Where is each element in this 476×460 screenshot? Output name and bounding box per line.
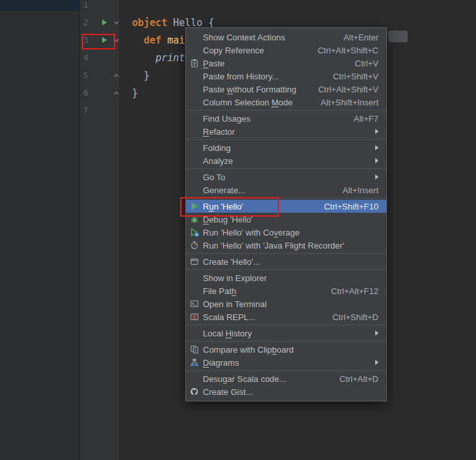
menu-item-shortcut: Ctrl+Alt+F12 <box>315 286 378 296</box>
ide-root: { "colors": { "editor_bg": "#2b2b2b", "g… <box>0 0 476 460</box>
line-number: 2 <box>79 18 99 27</box>
tooltip-remnant <box>388 31 408 42</box>
menu-item-label: Analyze <box>203 156 233 166</box>
blank-icon <box>190 114 203 124</box>
menu-item-label: Run 'Hello' with 'Java Flight Recorder' <box>203 241 344 250</box>
menu-item-label: Copy Reference <box>203 46 264 55</box>
menu-item-paste-from-history[interactable]: Paste from History...Ctrl+Shift+V <box>186 70 386 83</box>
menu-item-label: Create 'Hello'... <box>203 257 260 267</box>
menu-item-label: Paste without Formatting <box>203 85 297 94</box>
run-line-icon[interactable] <box>99 18 109 28</box>
menu-item-label: Show Context Actions <box>203 33 285 42</box>
menu-item-refactor[interactable]: Refactor <box>186 125 386 138</box>
code-token: } <box>132 87 138 99</box>
code-token: } <box>144 70 150 81</box>
menu-item-open-in-terminal[interactable]: Open in Terminal <box>186 297 386 310</box>
menu-item-label: Create Gist... <box>203 387 253 397</box>
menu-item-show-context-actions[interactable]: Show Context ActionsAlt+Enter <box>186 31 386 44</box>
project-panel[interactable] <box>0 0 80 460</box>
fold-up-icon[interactable] <box>112 71 121 80</box>
menu-item-label: Find Usages <box>203 114 250 124</box>
blank-icon <box>190 374 203 384</box>
line-number: 4 <box>79 53 99 62</box>
fold-spacer <box>112 1 121 10</box>
menu-item-show-in-explorer[interactable]: Show in Explorer <box>186 271 386 284</box>
blank-icon <box>190 46 203 55</box>
menu-item-label: Local History <box>203 329 252 338</box>
menu-item-paste[interactable]: PasteCtrl+V <box>186 57 386 70</box>
menu-item-label: Compare with Clipboard <box>203 345 293 355</box>
blank-icon <box>190 172 203 182</box>
annotation-box-gutter-run-icon <box>82 34 115 49</box>
scala-repl-icon <box>190 312 203 322</box>
code-line: object Hello { <box>121 17 456 29</box>
menu-item-column-selection-mode[interactable]: Column Selection ModeAlt+Shift+Insert <box>186 96 386 109</box>
submenu-arrow-icon <box>375 145 378 150</box>
menu-item-shortcut: Alt+Shift+Insert <box>305 98 378 107</box>
menu-item-label: Folding <box>203 143 231 153</box>
menu-separator <box>186 370 386 371</box>
menu-item-label: Run 'Hello' with Coverage <box>203 228 300 237</box>
menu-item-label: Go To <box>203 172 225 182</box>
menu-item-find-usages[interactable]: Find UsagesAlt+F7 <box>186 112 386 125</box>
menu-item-shortcut: Alt+F7 <box>338 114 378 124</box>
menu-item-folding[interactable]: Folding <box>186 141 386 154</box>
submenu-arrow-icon <box>375 174 378 180</box>
blank-icon <box>190 143 203 153</box>
menu-separator <box>186 169 386 169</box>
menu-item-shortcut: Ctrl+Alt+Shift+C <box>302 46 378 55</box>
menu-separator <box>186 269 386 270</box>
terminal-icon <box>190 299 203 309</box>
submenu-arrow-icon <box>375 158 378 163</box>
fold-down-icon[interactable] <box>112 18 121 27</box>
menu-item-shortcut: Alt+Enter <box>328 33 378 42</box>
menu-item-run-hello-with-java-flight-recorder[interactable]: Run 'Hello' with 'Java Flight Recorder' <box>186 239 386 252</box>
blank-icon <box>190 98 203 107</box>
menu-item-file-path[interactable]: File PathCtrl+Alt+F12 <box>186 284 386 297</box>
menu-item-shortcut: Ctrl+Alt+Shift+V <box>302 85 378 94</box>
menu-item-label: Paste from History... <box>203 72 279 81</box>
menu-item-label: Show in Explorer <box>203 273 267 283</box>
menu-item-scala-repl[interactable]: Scala REPL...Ctrl+Shift+D <box>186 310 386 323</box>
menu-item-label: Scala REPL... <box>203 312 256 322</box>
menu-item-diagrams[interactable]: Diagrams <box>186 356 386 369</box>
menu-item-shortcut: Alt+Insert <box>327 185 378 195</box>
menu-item-label: Diagrams <box>203 358 239 368</box>
menu-item-desugar-scala-code[interactable]: Desugar Scala code...Ctrl+Alt+D <box>186 372 386 385</box>
diagrams-icon <box>190 358 203 368</box>
line-number: 5 <box>79 70 99 80</box>
menu-item-label: Column Selection Mode <box>203 98 293 107</box>
menu-item-copy-reference[interactable]: Copy ReferenceCtrl+Alt+Shift+C <box>186 44 386 57</box>
menu-separator <box>186 325 386 325</box>
line-number: 6 <box>79 88 99 98</box>
gutter-spacer <box>99 88 109 98</box>
menu-item-run-hello-with-coverage[interactable]: Run 'Hello' with Coverage <box>186 226 386 239</box>
menu-item-local-history[interactable]: Local History <box>186 327 386 340</box>
menu-item-analyze[interactable]: Analyze <box>186 154 386 167</box>
paste-icon <box>190 59 203 68</box>
coverage-icon <box>190 228 203 237</box>
menu-item-paste-without-formatting[interactable]: Paste without FormattingCtrl+Alt+Shift+V <box>186 83 386 96</box>
menu-item-shortcut: Ctrl+Shift+D <box>317 312 378 322</box>
submenu-arrow-icon <box>375 360 378 365</box>
menu-separator <box>186 110 386 111</box>
menu-item-create-hello[interactable]: Create 'Hello'... <box>186 255 386 268</box>
fold-up-icon[interactable] <box>112 88 121 98</box>
fold-spacer <box>112 106 121 115</box>
blank-icon <box>190 33 203 42</box>
blank-icon <box>190 85 203 94</box>
annotation-box-run-menu-item <box>180 197 279 217</box>
profiler-icon <box>190 241 203 250</box>
blank-icon <box>190 273 203 283</box>
gutter-spacer <box>99 105 109 116</box>
menu-item-shortcut: Ctrl+Alt+D <box>324 374 378 384</box>
code-token: Hello { <box>173 17 214 29</box>
menu-item-generate[interactable]: Generate...Alt+Insert <box>186 183 386 196</box>
menu-item-create-gist[interactable]: Create Gist... <box>186 385 386 398</box>
menu-item-shortcut: Ctrl+Shift+V <box>317 72 378 81</box>
submenu-arrow-icon <box>375 129 378 134</box>
gutter-spacer <box>99 0 109 10</box>
menu-item-compare-with-clipboard[interactable]: Compare with Clipboard <box>186 343 386 356</box>
menu-item-go-to[interactable]: Go To <box>186 170 386 183</box>
window-title-strip <box>0 0 79 11</box>
